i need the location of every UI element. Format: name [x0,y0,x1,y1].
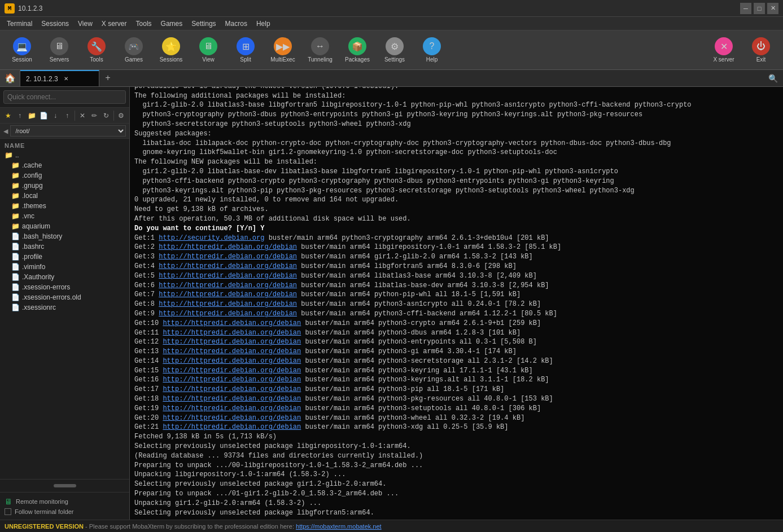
terminal-link[interactable]: http://httpredir.debian.org/debian [163,423,301,431]
terminal-line: Get:17 http://httpredir.debian.org/debia… [134,385,778,394]
terminal-link[interactable]: http://httpredir.debian.org/debian [163,338,301,346]
tree-item-themes[interactable]: 📁 .themes [0,201,129,211]
tree-item-aquarium[interactable]: 📁 aquarium [0,221,129,231]
toolbar-games-button[interactable]: 🎮 Games [116,33,151,68]
tree-item-label: .bash_history [22,232,62,240]
quick-connect-input[interactable] [3,90,126,104]
tree-item-vnc[interactable]: 📁 .vnc [0,211,129,221]
toolbar-settings-button[interactable]: ⚙ Settings [377,33,412,68]
terminal-link[interactable]: http://httpredir.debian.org/debian [163,414,301,422]
tree-item-label: .gnupg [22,182,43,190]
menu-bar: TerminalSessionsViewX serverToolsGamesSe… [0,17,783,30]
terminal-link[interactable]: http://httpredir.debian.org/debian [163,357,301,365]
toolbar-session-button[interactable]: 💻 Session [5,33,40,68]
menu-item-help[interactable]: Help [252,19,275,29]
file-icon: 📄 [11,263,20,271]
tab-close-button[interactable]: ✕ [62,74,71,83]
tree-item-xsession-errors[interactable]: 📄 .xsession-errors [0,282,129,292]
maximize-button[interactable]: □ [754,3,765,14]
toolbar-help-button[interactable]: ? Help [414,33,449,68]
sidebar-new-file-button[interactable]: 📄 [38,109,49,122]
terminal-link[interactable]: http://httpredir.debian.org/debian [159,253,297,261]
minimize-button[interactable]: ─ [740,3,751,14]
path-select[interactable]: /root/ [10,125,126,137]
menu-item-x-server[interactable]: X server [97,19,132,29]
terminal-link[interactable]: http://httpredir.debian.org/debian [163,395,301,403]
folder-icon: 📁 [11,212,20,220]
toolbar-packages-button[interactable]: 📦 Packages [340,33,375,68]
sidebar-new-folder-button[interactable]: 📁 [26,109,37,122]
toolbar-servers-button[interactable]: 🖥 Servers [42,33,77,68]
follow-terminal-checkbox[interactable] [5,508,11,515]
toolbar-tunneling-button[interactable]: ↔ Tunneling [303,33,338,68]
tree-item-cache[interactable]: 📁 .cache [0,160,129,170]
tree-item-parent[interactable]: 📁 .. [0,150,129,160]
terminal-link[interactable]: http://httpredir.debian.org/debian [163,376,301,384]
toolbar-view-button[interactable]: 🖥 View [191,33,226,68]
terminal-link[interactable]: http://httpredir.debian.org/debian [159,310,297,318]
new-tab-button[interactable]: + [99,70,116,86]
toolbar-sessions-button[interactable]: ⭐ Sessions [154,33,189,68]
terminal-line: Get:7 http://httpredir.debian.org/debian… [134,290,778,300]
terminal-link[interactable]: http://httpredir.debian.org/debian [159,272,297,280]
sidebar-settings-button[interactable]: ⚙ [116,109,127,122]
follow-terminal-row[interactable]: Follow terminal folder [5,507,125,516]
tree-item-gnupg[interactable]: 📁 .gnupg [0,181,129,191]
tree-item-xsession-errors-old[interactable]: 📄 .xsession-errors.old [0,292,129,302]
terminal-link[interactable]: http://httpredir.debian.org/debian [163,385,301,393]
terminal-link[interactable]: http://httpredir.debian.org/debian [159,291,297,298]
tree-item-config[interactable]: 📁 .config [0,170,129,181]
close-button[interactable]: ✕ [767,3,778,14]
terminal-tab[interactable]: 2. 10.1.2.3 ✕ [20,70,99,86]
sidebar-upload-button[interactable]: ↑ [62,109,73,122]
tree-item-profile[interactable]: 📄 .profile [0,252,129,262]
toolbar-split-button[interactable]: ⊞ Split [228,33,263,68]
menu-item-games[interactable]: Games [156,19,187,29]
status-link[interactable]: https://mobaxterm.mobatek.net [296,523,382,530]
toolbar-multiexec-button[interactable]: ▶▶ MultiExec [265,33,300,68]
view-label: View [202,56,215,63]
menu-item-tools[interactable]: Tools [132,19,156,29]
tree-item-label: .xsessionrc [22,304,56,311]
terminal-link[interactable]: http://httpredir.debian.org/debian [163,348,301,355]
tree-item-local[interactable]: 📁 .local [0,191,129,201]
sidebar-rename-button[interactable]: ✏ [89,109,100,122]
menu-item-macros[interactable]: Macros [221,19,252,29]
sidebar-refresh-button[interactable]: ↻ [100,109,112,122]
toolbar-exit-button[interactable]: ⏻ Exit [743,33,778,68]
terminal-line: python3-cryptography python3-dbus python… [134,110,778,120]
tree-item-xauthority[interactable]: 📄 .Xauthority [0,272,129,282]
terminal-link[interactable]: http://httpredir.debian.org/debian [163,329,301,337]
toolbar-tools-button[interactable]: 🔧 Tools [79,33,114,68]
terminal-link[interactable]: http://httpredir.debian.org/debian [159,262,297,270]
sidebar-up-button[interactable]: ↑ [14,109,25,122]
terminal-line: 0 upgraded, 21 newly installed, 0 to rem… [134,195,778,205]
terminal-output[interactable]: root@unihiker:~# sudo apt-get install li… [130,87,783,520]
terminal-link[interactable]: http://httpredir.debian.org/debian [163,405,301,412]
tunneling-icon: ↔ [311,37,329,55]
tree-item-viminfo[interactable]: 📄 .viminfo [0,262,129,272]
menu-item-view[interactable]: View [73,19,97,29]
toolbar-xserver-button[interactable]: ✕ X server [706,33,741,68]
menu-item-terminal[interactable]: Terminal [2,19,37,29]
tab-search-button[interactable]: 🔍 [766,72,780,85]
sidebar-delete-button[interactable]: ✕ [77,109,88,122]
sidebar-download-button[interactable]: ↓ [50,109,61,122]
remote-monitoring-row[interactable]: 🖥 Remote monitoring [5,496,125,507]
terminal-link[interactable]: http://httpredir.debian.org/debian [159,300,297,308]
terminal-link[interactable]: http://httpredir.debian.org/debian [159,243,297,251]
terminal-link[interactable]: http://httpredir.debian.org/debian [163,367,301,375]
terminal-link[interactable]: http://security.debian.org [159,234,264,242]
menu-item-sessions[interactable]: Sessions [37,19,73,29]
terminal-link[interactable]: http://httpredir.debian.org/debian [163,319,301,327]
tree-item-bashrc[interactable]: 📄 .bashrc [0,241,129,252]
file-icon: 📄 [11,253,20,261]
home-tab[interactable]: 🏠 [0,70,20,86]
sidebar-search-area [0,87,129,108]
sidebar-star-button[interactable]: ★ [2,109,14,122]
tree-item-bash-history[interactable]: 📄 .bash_history [0,231,129,241]
menu-item-settings[interactable]: Settings [187,19,220,29]
terminal-link[interactable]: http://httpredir.debian.org/debian [159,282,297,289]
tree-item-xsessionrc[interactable]: 📄 .xsessionrc [0,302,129,313]
packages-label: Packages [345,56,370,63]
